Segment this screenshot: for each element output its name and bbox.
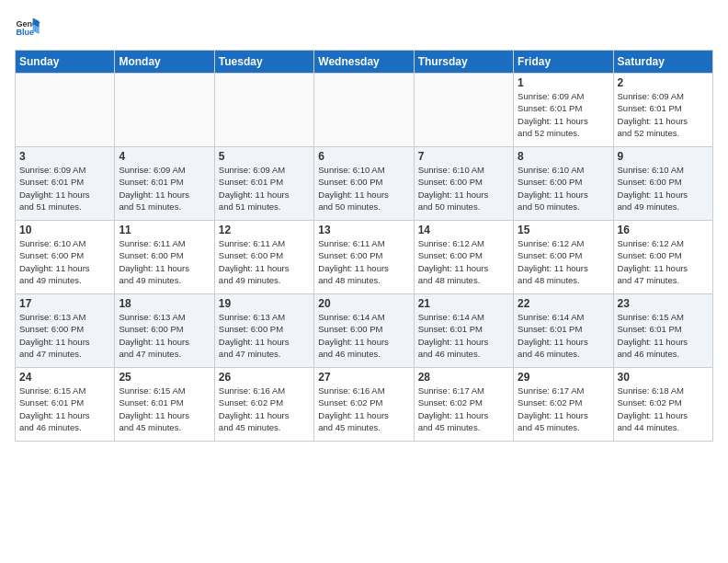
day-info: Sunrise: 6:16 AM Sunset: 6:02 PM Dayligh… [318,385,409,433]
calendar-cell: 18Sunrise: 6:13 AM Sunset: 6:00 PM Dayli… [115,294,214,368]
day-info: Sunrise: 6:18 AM Sunset: 6:02 PM Dayligh… [618,385,709,433]
day-info: Sunrise: 6:11 AM Sunset: 6:00 PM Dayligh… [318,237,409,286]
day-info: Sunrise: 6:09 AM Sunset: 6:01 PM Dayligh… [518,90,609,139]
calendar-cell: 26Sunrise: 6:16 AM Sunset: 6:02 PM Dayli… [214,368,313,442]
calendar-cell: 20Sunrise: 6:14 AM Sunset: 6:00 PM Dayli… [314,294,414,368]
calendar-cell: 8Sunrise: 6:10 AM Sunset: 6:00 PM Daylig… [514,147,613,221]
day-info: Sunrise: 6:09 AM Sunset: 6:01 PM Dayligh… [19,164,110,213]
logo-icon: General Blue [15,15,40,40]
day-number: 10 [19,224,110,236]
day-info: Sunrise: 6:11 AM Sunset: 6:00 PM Dayligh… [219,237,310,286]
calendar-table: SundayMondayTuesdayWednesdayThursdayFrid… [15,50,713,442]
day-number: 30 [618,371,709,384]
header-row: SundayMondayTuesdayWednesdayThursdayFrid… [16,51,713,74]
day-info: Sunrise: 6:13 AM Sunset: 6:00 PM Dayligh… [219,311,310,360]
calendar-cell: 14Sunrise: 6:12 AM Sunset: 6:00 PM Dayli… [414,221,513,294]
calendar-cell: 12Sunrise: 6:11 AM Sunset: 6:00 PM Dayli… [214,221,313,294]
day-info: Sunrise: 6:15 AM Sunset: 6:01 PM Dayligh… [19,385,110,433]
calendar-cell: 22Sunrise: 6:14 AM Sunset: 6:01 PM Dayli… [514,294,613,368]
calendar-week-row: 3Sunrise: 6:09 AM Sunset: 6:01 PM Daylig… [16,147,713,221]
day-info: Sunrise: 6:10 AM Sunset: 6:00 PM Dayligh… [518,164,609,213]
day-number: 27 [318,371,409,384]
calendar-cell: 30Sunrise: 6:18 AM Sunset: 6:02 PM Dayli… [613,368,712,442]
calendar-cell: 4Sunrise: 6:09 AM Sunset: 6:01 PM Daylig… [115,147,214,221]
calendar-cell [115,74,214,147]
day-number: 19 [219,297,310,310]
day-number: 2 [618,76,709,89]
day-number: 26 [219,371,310,384]
day-info: Sunrise: 6:16 AM Sunset: 6:02 PM Dayligh… [219,385,310,433]
day-of-week-header: Friday [514,51,613,74]
calendar-cell: 16Sunrise: 6:12 AM Sunset: 6:00 PM Dayli… [613,221,712,294]
day-of-week-header: Tuesday [214,51,313,74]
day-number: 11 [119,224,210,236]
calendar-cell: 5Sunrise: 6:09 AM Sunset: 6:01 PM Daylig… [214,147,313,221]
day-info: Sunrise: 6:10 AM Sunset: 6:00 PM Dayligh… [418,164,509,213]
day-info: Sunrise: 6:14 AM Sunset: 6:01 PM Dayligh… [418,311,509,360]
day-number: 8 [518,150,609,163]
day-number: 20 [318,297,409,310]
day-info: Sunrise: 6:09 AM Sunset: 6:01 PM Dayligh… [219,164,310,213]
calendar-cell: 2Sunrise: 6:09 AM Sunset: 6:01 PM Daylig… [613,74,712,147]
day-number: 21 [418,297,509,310]
day-info: Sunrise: 6:12 AM Sunset: 6:00 PM Dayligh… [618,237,709,286]
day-number: 15 [518,224,609,236]
calendar-cell: 29Sunrise: 6:17 AM Sunset: 6:02 PM Dayli… [514,368,613,442]
day-number: 14 [418,224,509,236]
calendar-cell: 15Sunrise: 6:12 AM Sunset: 6:00 PM Dayli… [514,221,613,294]
calendar-cell [314,74,414,147]
day-info: Sunrise: 6:17 AM Sunset: 6:02 PM Dayligh… [518,385,609,433]
day-info: Sunrise: 6:15 AM Sunset: 6:01 PM Dayligh… [618,311,709,360]
calendar-cell: 19Sunrise: 6:13 AM Sunset: 6:00 PM Dayli… [214,294,313,368]
calendar-cell: 28Sunrise: 6:17 AM Sunset: 6:02 PM Dayli… [414,368,513,442]
calendar-cell [414,74,513,147]
day-number: 9 [618,150,709,163]
day-info: Sunrise: 6:14 AM Sunset: 6:01 PM Dayligh… [518,311,609,360]
calendar-week-row: 24Sunrise: 6:15 AM Sunset: 6:01 PM Dayli… [16,368,713,442]
calendar-cell: 27Sunrise: 6:16 AM Sunset: 6:02 PM Dayli… [314,368,414,442]
day-info: Sunrise: 6:09 AM Sunset: 6:01 PM Dayligh… [618,90,709,139]
svg-text:Blue: Blue [16,28,34,37]
calendar-cell: 11Sunrise: 6:11 AM Sunset: 6:00 PM Dayli… [115,221,214,294]
calendar-cell: 24Sunrise: 6:15 AM Sunset: 6:01 PM Dayli… [16,368,115,442]
day-number: 23 [618,297,709,310]
day-info: Sunrise: 6:13 AM Sunset: 6:00 PM Dayligh… [19,311,110,360]
day-info: Sunrise: 6:13 AM Sunset: 6:00 PM Dayligh… [119,311,210,360]
day-number: 12 [219,224,310,236]
day-number: 18 [119,297,210,310]
day-number: 13 [318,224,409,236]
day-number: 3 [19,150,110,163]
calendar-cell: 13Sunrise: 6:11 AM Sunset: 6:00 PM Dayli… [314,221,414,294]
day-number: 16 [618,224,709,236]
calendar-cell: 17Sunrise: 6:13 AM Sunset: 6:00 PM Dayli… [16,294,115,368]
header: General Blue [15,15,713,40]
calendar-cell: 23Sunrise: 6:15 AM Sunset: 6:01 PM Dayli… [613,294,712,368]
day-of-week-header: Monday [115,51,214,74]
day-info: Sunrise: 6:12 AM Sunset: 6:00 PM Dayligh… [518,237,609,286]
calendar-cell [16,74,115,147]
day-info: Sunrise: 6:10 AM Sunset: 6:00 PM Dayligh… [618,164,709,213]
day-info: Sunrise: 6:15 AM Sunset: 6:01 PM Dayligh… [119,385,210,433]
calendar-week-row: 10Sunrise: 6:10 AM Sunset: 6:00 PM Dayli… [16,221,713,294]
calendar-cell: 9Sunrise: 6:10 AM Sunset: 6:00 PM Daylig… [613,147,712,221]
calendar-cell: 1Sunrise: 6:09 AM Sunset: 6:01 PM Daylig… [514,74,613,147]
day-number: 22 [518,297,609,310]
day-of-week-header: Wednesday [314,51,414,74]
day-number: 25 [119,371,210,384]
day-of-week-header: Saturday [613,51,712,74]
day-info: Sunrise: 6:11 AM Sunset: 6:00 PM Dayligh… [119,237,210,286]
logo: General Blue [15,15,40,40]
day-number: 4 [119,150,210,163]
day-number: 5 [219,150,310,163]
day-info: Sunrise: 6:14 AM Sunset: 6:00 PM Dayligh… [318,311,409,360]
day-number: 7 [418,150,509,163]
day-of-week-header: Sunday [16,51,115,74]
main-container: General Blue SundayMondayTuesdayWednesda… [0,0,728,449]
day-number: 17 [19,297,110,310]
calendar-cell: 10Sunrise: 6:10 AM Sunset: 6:00 PM Dayli… [16,221,115,294]
day-info: Sunrise: 6:17 AM Sunset: 6:02 PM Dayligh… [418,385,509,433]
day-number: 24 [19,371,110,384]
calendar-week-row: 1Sunrise: 6:09 AM Sunset: 6:01 PM Daylig… [16,74,713,147]
day-of-week-header: Thursday [414,51,513,74]
day-info: Sunrise: 6:10 AM Sunset: 6:00 PM Dayligh… [318,164,409,213]
